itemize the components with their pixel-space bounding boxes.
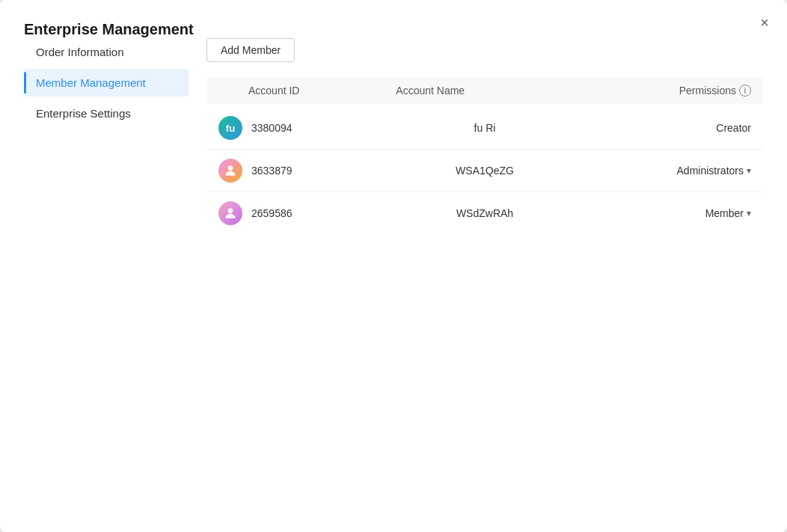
table-header-permissions: Permissionsi — [574, 85, 751, 97]
account-id-cell-1: 3633879 — [218, 159, 396, 183]
account-name-0: fu Ri — [396, 122, 573, 134]
table-row: fu3380094fu RiCreator — [206, 107, 763, 150]
account-name-1: WSA1QeZG — [396, 165, 573, 177]
table-header: Account IDAccount NamePermissionsi — [206, 77, 763, 104]
main-content: Add Member Account IDAccount NamePermiss… — [189, 38, 763, 234]
members-table: Account IDAccount NamePermissionsi fu338… — [206, 77, 763, 234]
avatar-1 — [218, 159, 242, 183]
sidebar-item-enterprise-settings[interactable]: Enterprise Settings — [24, 100, 189, 127]
avatar-0: fu — [218, 116, 242, 140]
account-id-cell-2: 2659586 — [218, 201, 396, 225]
svg-point-0 — [228, 165, 233, 171]
permission-cell-1: Administrators▾ — [574, 165, 751, 177]
avatar-2 — [218, 201, 242, 225]
sidebar: Order InformationMember ManagementEnterp… — [24, 38, 189, 234]
sidebar-item-member-management[interactable]: Member Management — [24, 69, 189, 97]
account-name-2: WSdZwRAh — [396, 207, 573, 219]
account-id-cell-0: fu3380094 — [218, 116, 396, 140]
table-row: 3633879WSA1QeZGAdministrators▾ — [206, 150, 763, 192]
permission-cell-2: Member▾ — [574, 207, 751, 219]
table-row: 2659586WSdZwRAhMember▾ — [206, 192, 763, 234]
account-id-1: 3633879 — [251, 165, 293, 177]
sidebar-item-order-information[interactable]: Order Information — [24, 38, 189, 66]
permission-cell-0: Creator — [574, 122, 751, 134]
table-header-account-name: Account Name — [396, 85, 573, 97]
permission-label-2: Member — [705, 207, 744, 219]
permission-dropdown-2[interactable]: ▾ — [747, 208, 751, 218]
modal-title: Enterprise Management — [24, 21, 194, 37]
add-member-button[interactable]: Add Member — [206, 38, 295, 62]
permission-label-0: Creator — [716, 122, 751, 134]
close-button[interactable]: × — [760, 15, 769, 30]
svg-point-1 — [228, 208, 233, 213]
permission-dropdown-1[interactable]: ▾ — [747, 165, 751, 176]
table-header-account-id: Account ID — [218, 85, 396, 97]
permission-label-1: Administrators — [677, 165, 744, 177]
account-id-0: 3380094 — [251, 122, 293, 134]
account-id-2: 2659586 — [251, 207, 293, 219]
table-body: fu3380094fu RiCreator 3633879WSA1QeZGAdm… — [206, 107, 763, 234]
enterprise-management-modal: Enterprise Management × Order Informatio… — [0, 0, 787, 532]
layout: Order InformationMember ManagementEnterp… — [24, 38, 763, 234]
permissions-info-icon[interactable]: i — [739, 85, 751, 97]
